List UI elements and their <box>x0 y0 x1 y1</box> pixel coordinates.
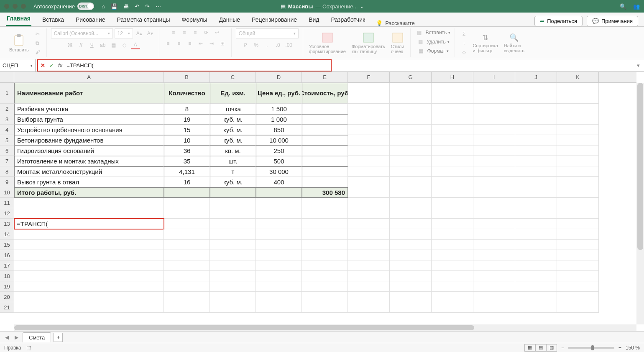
cell[interactable] <box>210 250 256 260</box>
cell[interactable] <box>164 271 210 281</box>
chevron-down-icon[interactable]: ▾ <box>31 64 33 68</box>
cell[interactable] <box>164 229 210 240</box>
cell[interactable]: 250 <box>256 145 302 156</box>
header-cost[interactable]: Стоимость, руб. <box>302 83 348 104</box>
cell[interactable] <box>302 271 348 281</box>
cell[interactable] <box>210 292 256 302</box>
normal-view-icon[interactable]: ▦ <box>524 344 535 352</box>
cell[interactable]: 8 <box>164 104 210 114</box>
home-icon[interactable]: ⌂ <box>102 3 105 10</box>
wrap-text-icon[interactable]: ↩ <box>212 28 222 37</box>
cell[interactable] <box>14 198 164 208</box>
font-name-select[interactable]: Calibri (Основной...▾ <box>51 28 113 38</box>
font-color-icon[interactable]: A <box>131 41 140 49</box>
align-center-icon[interactable]: ≡ <box>174 39 184 48</box>
cell[interactable]: 1 500 <box>256 104 302 114</box>
cell[interactable]: 36 <box>164 145 210 156</box>
header-unit[interactable]: Ед. изм. <box>210 83 256 104</box>
tab-formulas[interactable]: Формулы <box>181 13 208 26</box>
row-header[interactable]: 9 <box>0 177 14 187</box>
cell[interactable]: кв. м. <box>210 145 256 156</box>
cell[interactable] <box>302 166 348 177</box>
total-label[interactable]: Итого работы, руб. <box>14 187 164 198</box>
cell[interactable]: 19 <box>164 114 210 125</box>
horizontal-scrollbar[interactable] <box>14 324 636 331</box>
col-header-G[interactable]: G <box>390 72 432 82</box>
zoom-slider[interactable] <box>568 347 614 349</box>
cell[interactable]: 400 <box>256 177 302 187</box>
cell[interactable]: Выборка грунта <box>14 114 164 125</box>
cell[interactable]: 4,131 <box>164 166 210 177</box>
dec-decimal-icon[interactable]: .00 <box>284 41 294 49</box>
cell[interactable] <box>210 302 256 313</box>
cell[interactable] <box>256 219 302 229</box>
cell[interactable]: т <box>210 166 256 177</box>
cell[interactable] <box>302 198 348 208</box>
row-header[interactable]: 15 <box>0 240 14 250</box>
row-header[interactable]: 21 <box>0 302 14 313</box>
redo-icon[interactable]: ↷ <box>145 3 150 10</box>
cell[interactable] <box>302 208 348 219</box>
cell[interactable] <box>256 302 302 313</box>
font-size-select[interactable]: 12▾ <box>115 28 133 38</box>
cell[interactable] <box>210 198 256 208</box>
col-header-F[interactable]: F <box>348 72 390 82</box>
cell[interactable] <box>302 229 348 240</box>
align-bottom-icon[interactable]: ≡ <box>191 28 200 37</box>
sort-filter-button[interactable]: ⇅Сортировка и фильтр <box>471 32 499 54</box>
cell[interactable] <box>256 292 302 302</box>
cell[interactable] <box>302 114 348 125</box>
cell[interactable] <box>302 125 348 135</box>
cell[interactable]: =ТРАНСП( <box>14 219 164 229</box>
window-controls[interactable] <box>4 4 26 9</box>
cell[interactable] <box>302 135 348 145</box>
expand-formula-bar[interactable]: ▾ <box>633 62 644 69</box>
sheet-nav-next[interactable]: ▶ <box>13 334 20 340</box>
cell[interactable] <box>256 250 302 260</box>
row-header[interactable]: 14 <box>0 229 14 240</box>
cell[interactable] <box>302 104 348 114</box>
cell[interactable]: 10 <box>164 135 210 145</box>
borders-icon[interactable]: ▦ <box>109 41 118 49</box>
cell[interactable]: точка <box>210 104 256 114</box>
tab-layout[interactable]: Разметка страницы <box>116 13 171 26</box>
cell[interactable] <box>210 271 256 281</box>
cell[interactable] <box>164 219 210 229</box>
cell[interactable] <box>14 208 164 219</box>
save-icon[interactable]: 💾 <box>111 3 118 10</box>
cell[interactable] <box>256 281 302 292</box>
align-right-icon[interactable]: ≡ <box>185 39 194 48</box>
cell[interactable] <box>302 156 348 166</box>
insert-cells-button[interactable]: ▦Вставить▾ <box>415 28 451 37</box>
conditional-formatting-button[interactable]: Условное форматирование <box>307 31 348 55</box>
doc-title[interactable]: ▤ Массивы — Сохранение... ⌄ <box>281 3 364 10</box>
format-cells-button[interactable]: ▦Формат▾ <box>417 47 449 55</box>
cell[interactable] <box>164 281 210 292</box>
row-header[interactable]: 5 <box>0 135 14 145</box>
col-header-E[interactable]: E <box>302 72 348 82</box>
percent-icon[interactable]: % <box>252 41 261 49</box>
fill-icon[interactable]: ↓ <box>459 39 468 47</box>
currency-icon[interactable]: ₽ <box>241 41 250 49</box>
cell[interactable] <box>256 240 302 250</box>
tab-draw[interactable]: Рисование <box>75 13 106 26</box>
col-header-B[interactable]: B <box>164 72 210 82</box>
share-icon[interactable]: 👥 <box>633 3 640 10</box>
more-icon[interactable]: ⋯ <box>156 3 161 10</box>
cell[interactable] <box>302 145 348 156</box>
col-header-I[interactable]: I <box>473 72 515 82</box>
cell[interactable] <box>302 240 348 250</box>
cell[interactable]: куб. м. <box>210 177 256 187</box>
row-header[interactable]: 20 <box>0 292 14 302</box>
row-header[interactable]: 6 <box>0 145 14 156</box>
cell[interactable]: 15 <box>164 125 210 135</box>
row-header[interactable]: 11 <box>0 198 14 208</box>
tell-me[interactable]: 💡 Расскажите <box>376 20 415 26</box>
cell[interactable] <box>210 219 256 229</box>
column-headers[interactable]: A B C D E F G H I J K <box>14 72 636 83</box>
indent-dec-icon[interactable]: ⇤ <box>196 39 205 48</box>
row-headers[interactable]: 123456789101112131415161718192021 <box>0 83 14 313</box>
cell[interactable]: 30 000 <box>256 166 302 177</box>
underline-icon[interactable]: Ч <box>87 41 97 49</box>
page-break-view-icon[interactable]: ▧ <box>546 344 557 352</box>
